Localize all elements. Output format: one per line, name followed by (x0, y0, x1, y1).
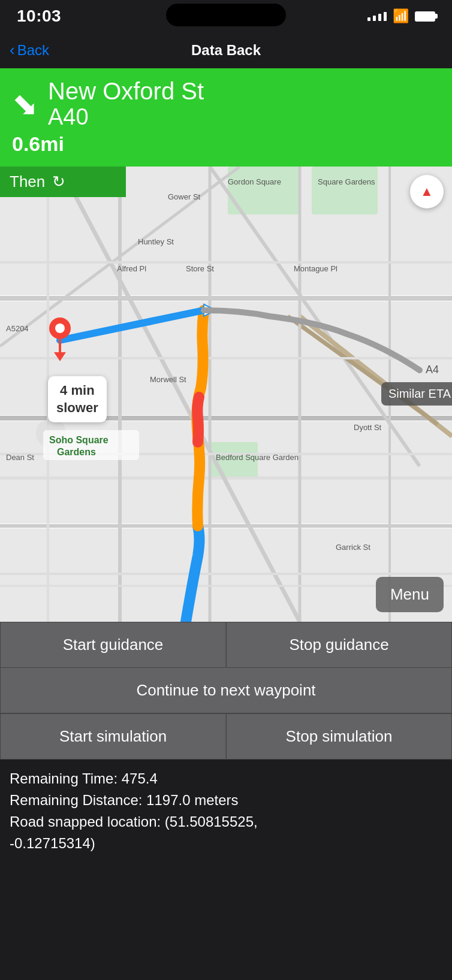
then-label: Then (10, 173, 45, 191)
svg-text:Soho Square: Soho Square (49, 435, 109, 445)
svg-text:A5204: A5204 (6, 324, 29, 333)
map-container[interactable]: Then ↻ (0, 167, 452, 622)
svg-text:Dean St: Dean St (6, 453, 34, 462)
menu-button[interactable]: Menu (376, 577, 444, 612)
battery-icon (415, 11, 435, 22)
svg-text:Square Gardens: Square Gardens (318, 177, 375, 186)
turn-right-icon: ⬊ (12, 89, 38, 120)
simulation-row: Start simulation Stop simulation (0, 713, 452, 760)
svg-rect-2 (312, 167, 378, 214)
status-icons: 📶 (367, 8, 435, 24)
road-code: A40 (48, 104, 204, 130)
info-area: Remaining Time: 475.4 Remaining Distance… (0, 760, 452, 854)
back-button[interactable]: ‹ Back (10, 42, 49, 59)
back-label: Back (17, 42, 49, 59)
svg-text:Huntley St: Huntley St (138, 237, 174, 246)
slower-bubble-text: 4 minslower (56, 382, 98, 416)
svg-text:A4: A4 (426, 364, 439, 376)
dynamic-island (166, 4, 286, 26)
remaining-time: Remaining Time: 475.4 (10, 768, 442, 790)
remaining-distance: Remaining Distance: 1197.0 meters (10, 790, 442, 811)
nav-bar: ‹ Back Data Back (0, 32, 452, 68)
svg-text:Alfred Pl: Alfred Pl (117, 264, 146, 273)
svg-text:Gardens: Gardens (57, 447, 96, 457)
svg-text:Morwell St: Morwell St (150, 375, 186, 384)
street-name: New Oxford St (48, 78, 204, 104)
svg-text:Garrick St: Garrick St (336, 543, 370, 552)
start-simulation-button[interactable]: Start simulation (0, 713, 226, 760)
then-turn-icon: ↻ (52, 173, 65, 191)
nav-street-info: New Oxford St A40 (48, 78, 204, 130)
compass-north-icon: ▲ (420, 184, 433, 199)
svg-text:Bedford Square Garden: Bedford Square Garden (216, 453, 299, 462)
svg-point-30 (55, 323, 65, 333)
back-chevron-icon: ‹ (10, 41, 15, 59)
nav-banner: ⬊ New Oxford St A40 0.6mi (0, 68, 452, 167)
start-guidance-button[interactable]: Start guidance (0, 622, 226, 668)
similar-eta-text: Similar ETA (388, 387, 451, 400)
svg-text:Dyott St: Dyott St (354, 423, 382, 432)
stop-simulation-button[interactable]: Stop simulation (226, 713, 452, 760)
svg-text:Gordon Square: Gordon Square (228, 177, 281, 186)
wifi-icon: 📶 (393, 8, 409, 24)
controls-area: Start guidance Stop guidance Continue to… (0, 622, 452, 760)
stop-guidance-button[interactable]: Stop guidance (226, 622, 452, 668)
status-bar: 10:03 📶 (0, 0, 452, 32)
signal-icon (367, 12, 387, 21)
guidance-row: Start guidance Stop guidance (0, 622, 452, 668)
svg-text:Gower St: Gower St (168, 192, 201, 201)
status-time: 10:03 (17, 7, 61, 26)
nav-title: Data Back (191, 42, 261, 59)
road-snapped-coords: -0.12715314) (10, 833, 442, 854)
svg-text:Montague Pl: Montague Pl (294, 264, 338, 273)
compass-button[interactable]: ▲ (410, 175, 444, 208)
road-snapped-label: Road snapped location: (51.50815525, (10, 811, 442, 833)
continue-waypoint-button[interactable]: Continue to next waypoint (0, 668, 452, 713)
then-panel: Then ↻ (0, 167, 126, 197)
nav-banner-top: ⬊ New Oxford St A40 (12, 78, 440, 130)
svg-text:Store St: Store St (186, 264, 214, 273)
nav-distance: 0.6mi (12, 132, 440, 156)
similar-eta-bubble: Similar ETA (381, 382, 452, 406)
slower-route-bubble: 4 minslower (48, 376, 107, 422)
